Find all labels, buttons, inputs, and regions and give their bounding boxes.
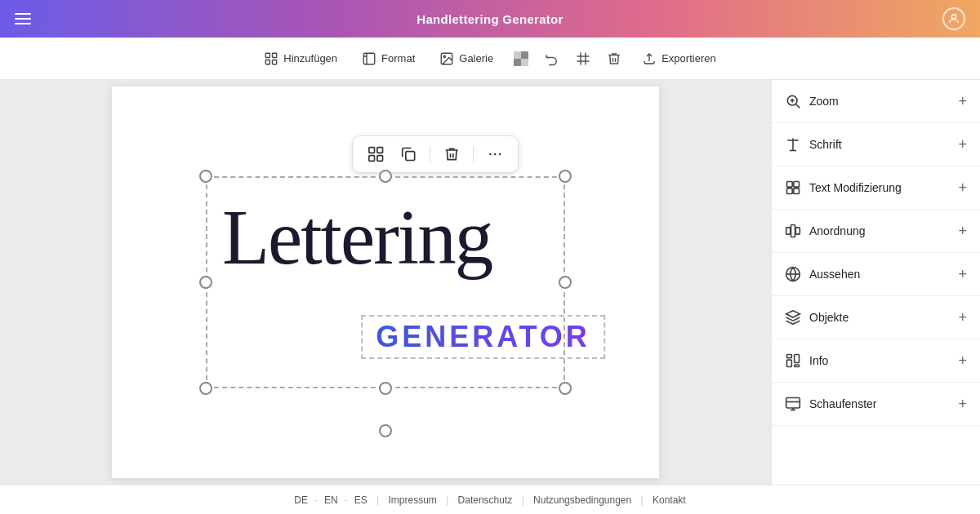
footer-link-nutzungsbedingungen[interactable]: Nutzungsbedingungen <box>527 494 638 506</box>
galerie-icon <box>439 51 454 66</box>
objekte-expand[interactable]: + <box>958 310 967 325</box>
generator-sub-container[interactable]: GENERATOR <box>361 315 605 359</box>
selection-container[interactable]: Lettering GENERATOR <box>206 176 565 388</box>
aussehen-section-left: Aussehen <box>785 266 860 282</box>
schrift-expand[interactable]: + <box>958 137 967 152</box>
handle-mid-left[interactable] <box>199 276 212 289</box>
hinzufuegen-button[interactable]: Hinzufügen <box>254 47 347 71</box>
svg-rect-38 <box>795 228 800 234</box>
info-expand[interactable]: + <box>958 353 967 368</box>
group-button[interactable] <box>363 141 389 167</box>
panel-section-info: Info + <box>772 339 980 383</box>
zoom-icon <box>785 93 801 109</box>
canvas-area[interactable]: Lettering GENERATOR <box>0 80 771 485</box>
handle-mid-right[interactable] <box>559 276 572 289</box>
svg-line-26 <box>796 104 800 109</box>
schaufenster-expand[interactable]: + <box>958 397 967 411</box>
schaufenster-icon <box>785 396 801 412</box>
svg-rect-1 <box>266 53 270 57</box>
anordnung-icon <box>785 223 801 239</box>
aussehen-expand[interactable]: + <box>958 267 967 281</box>
svg-rect-20 <box>377 156 383 162</box>
app-header: Handlettering Generator <box>0 0 980 38</box>
footer-link-kontakt[interactable]: Kontakt <box>646 494 693 506</box>
delete-button[interactable] <box>603 47 626 70</box>
context-separator-2 <box>473 146 474 162</box>
anordnung-expand[interactable]: + <box>958 224 967 238</box>
objekte-icon <box>785 309 801 326</box>
zoom-section-header[interactable]: Zoom + <box>785 80 967 122</box>
zoom-label: Zoom <box>809 95 839 108</box>
panel-section-anordnung: Anordnung + <box>772 210 980 253</box>
svg-rect-9 <box>521 51 528 59</box>
panel-section-text-mod: Text Modifizierung + <box>772 166 980 210</box>
footer-link-impressum[interactable]: Impressum <box>381 494 443 506</box>
handle-bot-mid[interactable] <box>379 382 392 395</box>
handle-top-left[interactable] <box>199 170 212 183</box>
panel-section-objekte: Objekte + <box>772 296 980 339</box>
anordnung-section-header[interactable]: Anordnung + <box>785 210 967 252</box>
schrift-section-header[interactable]: Schrift + <box>785 123 967 166</box>
handle-rotate[interactable] <box>379 424 392 437</box>
svg-point-23 <box>494 153 497 156</box>
footer-link-es[interactable]: ES <box>348 494 374 506</box>
svg-point-0 <box>951 15 956 19</box>
panel-section-schrift: Schrift + <box>772 123 980 166</box>
svg-rect-37 <box>791 225 795 237</box>
anordnung-section-left: Anordnung <box>785 223 866 239</box>
info-icon <box>785 352 801 369</box>
svg-rect-43 <box>795 365 800 367</box>
undo-button[interactable] <box>541 47 564 70</box>
objekte-section-left: Objekte <box>785 309 849 326</box>
handle-top-mid[interactable] <box>379 170 392 183</box>
objekte-section-header[interactable]: Objekte + <box>785 296 967 339</box>
exportieren-icon <box>642 51 657 66</box>
schaufenster-section-header[interactable]: Schaufenster + <box>785 383 967 425</box>
footer-link-en[interactable]: EN <box>318 494 345 506</box>
svg-rect-8 <box>514 51 521 59</box>
menu-button[interactable] <box>15 13 31 24</box>
svg-point-22 <box>489 153 492 156</box>
svg-rect-11 <box>521 59 528 66</box>
handle-top-right[interactable] <box>559 170 572 183</box>
grid-icon <box>576 51 590 66</box>
galerie-button[interactable]: Galerie <box>430 47 503 71</box>
main-toolbar: Hinzufügen Format Galerie <box>0 38 980 80</box>
handle-bot-left[interactable] <box>199 382 212 395</box>
undo-icon <box>545 51 559 66</box>
lettering-sub-text[interactable]: GENERATOR <box>376 320 590 354</box>
panel-section-schaufenster: Schaufenster + <box>772 383 980 426</box>
text-mod-section-header[interactable]: Text Modifizierung + <box>785 166 967 209</box>
format-button[interactable]: Format <box>352 47 425 71</box>
schrift-section-left: Schrift <box>785 136 842 153</box>
grid-button[interactable] <box>572 47 595 70</box>
info-section-header[interactable]: Info + <box>785 339 967 382</box>
checkerboard-button[interactable] <box>510 47 532 70</box>
more-options-button[interactable] <box>482 141 508 167</box>
svg-rect-2 <box>273 53 277 57</box>
exportieren-button[interactable]: Exportieren <box>632 47 725 71</box>
context-delete-button[interactable] <box>439 141 465 167</box>
aussehen-section-header[interactable]: Aussehen + <box>785 253 967 295</box>
user-button[interactable] <box>942 7 965 30</box>
checkerboard-icon <box>514 51 528 66</box>
canvas-paper[interactable]: Lettering GENERATOR <box>112 86 659 478</box>
svg-rect-42 <box>787 360 792 366</box>
text-mod-expand[interactable]: + <box>958 180 967 195</box>
text-mod-icon <box>785 179 801 196</box>
svg-rect-40 <box>787 355 792 358</box>
handle-bot-right[interactable] <box>559 382 572 395</box>
zoom-expand[interactable]: + <box>958 94 967 109</box>
lettering-main-text[interactable]: Lettering <box>222 199 492 277</box>
svg-rect-44 <box>786 398 800 409</box>
duplicate-button[interactable] <box>395 141 421 167</box>
svg-point-7 <box>444 55 446 57</box>
schrift-label: Schrift <box>809 138 842 151</box>
context-toolbar <box>352 135 519 173</box>
footer-link-de[interactable]: DE <box>287 494 314 506</box>
app-title: Handlettering Generator <box>416 12 563 26</box>
schaufenster-label: Schaufenster <box>809 397 877 410</box>
info-section-left: Info <box>785 352 828 369</box>
footer-link-datenschutz[interactable]: Datenschutz <box>452 494 519 506</box>
context-separator <box>430 146 430 162</box>
